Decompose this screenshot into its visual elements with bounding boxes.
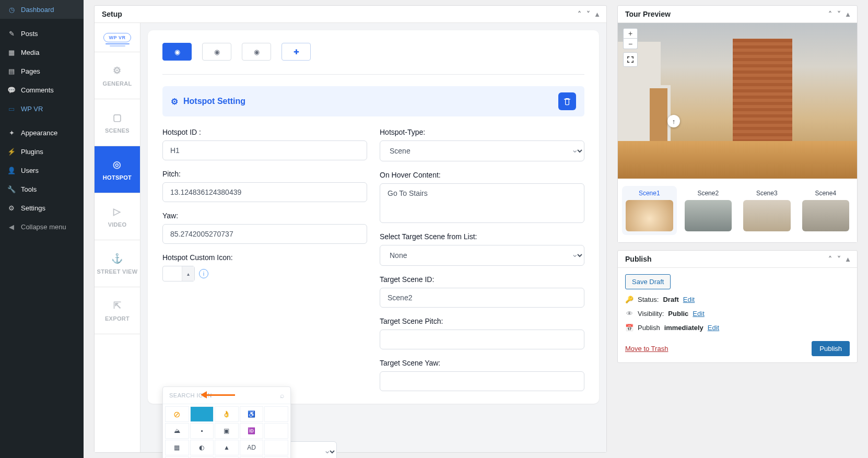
sidebar-item-wpvr[interactable]: ▭WP VR — [0, 99, 84, 118]
dot-icon: ◉ — [214, 48, 220, 56]
hotspot-id-label: Hotspot ID : — [162, 128, 367, 136]
panel-move-up-icon[interactable]: ˄ — [828, 10, 832, 18]
dot-icon: ◉ — [174, 48, 180, 56]
sidebar-item-media[interactable]: ▦Media — [0, 43, 84, 62]
icon-option[interactable]: ▣ — [215, 423, 239, 439]
publish-panel: Publish ˄ ˅ ▴ Save Draft 🔑Status: Draft … — [617, 250, 858, 363]
icon-picker-trigger[interactable]: ▴ — [162, 266, 195, 281]
scene-thumb-3[interactable]: Scene3 — [740, 186, 794, 235]
pin-icon: ✎ — [6, 28, 17, 39]
info-icon[interactable]: i — [199, 269, 208, 278]
plus-icon: ✚ — [294, 48, 299, 56]
icon-option[interactable]: 🆔 — [240, 423, 264, 439]
vtab-video[interactable]: ▷VIDEO — [95, 193, 140, 240]
panel-move-down-icon[interactable]: ˅ — [837, 10, 841, 18]
hotspot-marker[interactable]: ↑ — [667, 115, 680, 127]
icon-option-none[interactable]: ⊘ — [165, 406, 189, 422]
hotspot-page-2[interactable]: ◉ — [202, 43, 231, 61]
target-scene-select[interactable]: None — [380, 245, 584, 266]
calendar-icon: 📅 — [625, 324, 634, 332]
target-scene-yaw-input[interactable] — [380, 371, 584, 391]
hotspot-page-1[interactable]: ◉ — [162, 43, 192, 61]
icon-option[interactable]: ⛰ — [165, 423, 189, 439]
icon-option[interactable] — [264, 423, 288, 439]
icon-option[interactable]: ▲ — [215, 440, 239, 455]
scene-thumb-1[interactable]: Scene1 — [622, 186, 677, 235]
sidebar-item-pages[interactable]: ▤Pages — [0, 62, 84, 80]
panel-toggle-icon[interactable]: ▴ — [846, 255, 850, 263]
hover-content-input[interactable]: Go To Stairs — [380, 183, 584, 223]
delete-hotspot-button[interactable] — [558, 92, 576, 110]
sidebar-item-appearance[interactable]: ✦Appearance — [0, 123, 84, 142]
icon-option[interactable] — [264, 406, 288, 422]
hotspot-id-input[interactable] — [162, 140, 367, 160]
sidebar-item-settings[interactable]: ⚙Settings — [0, 198, 84, 217]
vtab-general[interactable]: ⚙GENERAL — [95, 52, 140, 99]
sidebar-item-posts[interactable]: ✎Posts — [0, 24, 84, 43]
publish-title: Publish — [625, 255, 652, 263]
sidebar-item-comments[interactable]: 💬Comments — [0, 80, 84, 99]
hover-content-label: On Hover Content: — [380, 171, 584, 179]
panel-toggle-icon[interactable]: ▴ — [595, 10, 599, 18]
scene-thumb-2[interactable]: Scene2 — [681, 186, 736, 235]
zoom-out-button[interactable]: − — [623, 39, 638, 49]
fullscreen-icon — [627, 56, 634, 63]
panel-move-up-icon[interactable]: ˄ — [578, 10, 581, 18]
edit-visibility-link[interactable]: Edit — [693, 310, 704, 318]
icon-option[interactable] — [264, 440, 288, 455]
hotspot-type-select[interactable]: Scene — [380, 140, 584, 161]
icon-option[interactable]: AD — [240, 440, 264, 455]
edit-schedule-link[interactable]: Edit — [708, 324, 719, 332]
sidebar-item-users[interactable]: 👤Users — [0, 161, 84, 180]
plug-icon: ⚡ — [6, 146, 17, 157]
panorama-viewer[interactable]: + − ↑ — [618, 23, 857, 179]
panel-move-up-icon[interactable]: ˄ — [828, 255, 832, 263]
icon-option[interactable]: ▦ — [165, 440, 189, 455]
target-scene-pitch-label: Target Scene Pitch: — [380, 317, 584, 325]
tour-preview-panel: Tour Preview ˄ ˅ ▴ + — [617, 5, 858, 243]
vtab-scenes[interactable]: ▢SCENES — [95, 99, 140, 146]
panel-move-down-icon[interactable]: ˅ — [587, 10, 590, 18]
caret-up-icon[interactable]: ▴ — [182, 266, 194, 281]
wpvr-logo: WP VR — [103, 33, 132, 42]
panel-move-down-icon[interactable]: ˅ — [837, 255, 841, 263]
target-scene-id-input[interactable] — [380, 288, 584, 308]
icon-option[interactable]: ♿ — [240, 406, 264, 422]
icon-search-input[interactable] — [169, 392, 284, 398]
wrench-icon: 🔧 — [6, 184, 17, 194]
pitch-label: Pitch: — [162, 170, 367, 178]
fullscreen-button[interactable] — [623, 52, 638, 67]
icon-option[interactable]: ◐ — [190, 440, 214, 455]
save-draft-button[interactable]: Save Draft — [625, 274, 671, 289]
icon-option[interactable]: 👌 — [215, 406, 239, 422]
hotspot-add[interactable]: ✚ — [281, 43, 311, 61]
vtab-hotspot[interactable]: ◎HOTSPOT — [95, 146, 140, 193]
sidebar-collapse[interactable]: ◀Collapse menu — [0, 217, 84, 236]
move-to-trash-link[interactable]: Move to Trash — [625, 345, 668, 353]
vtab-streetview[interactable]: ⚓STREET VIEW — [95, 240, 140, 287]
target-scene-pitch-input[interactable] — [380, 330, 584, 349]
zoom-in-button[interactable]: + — [623, 28, 638, 39]
yaw-input[interactable] — [162, 224, 367, 244]
icon-option-selected[interactable] — [190, 406, 214, 422]
panel-toggle-icon[interactable]: ▴ — [846, 10, 850, 18]
target-scene-yaw-label: Target Scene Yaw: — [380, 359, 584, 367]
comment-icon: 💬 — [6, 85, 17, 95]
search-icon: ⌕ — [280, 391, 284, 400]
sidebar-item-tools[interactable]: 🔧Tools — [0, 180, 84, 198]
hotspot-page-3[interactable]: ◉ — [242, 43, 271, 61]
scene-thumb-4[interactable]: Scene4 — [799, 186, 853, 235]
vtab-export[interactable]: ⇱EXPORT — [95, 287, 140, 334]
publish-button[interactable]: Publish — [812, 341, 850, 356]
wpvr-logo-tab: WP VR — [95, 23, 140, 52]
eye-icon: 👁 — [625, 310, 634, 318]
sidebar-item-plugins[interactable]: ⚡Plugins — [0, 142, 84, 161]
icon-grid: ⊘ 👌 ♿ ⛰ ▪ ▣ 🆔 — [163, 404, 290, 458]
edit-status-link[interactable]: Edit — [683, 296, 695, 303]
hotspot-type-label: Hotspot-Type: — [380, 128, 584, 136]
pitch-input[interactable] — [162, 182, 367, 202]
target-scene-id-label: Target Scene ID: — [380, 275, 584, 284]
sidebar-item-dashboard[interactable]: ◷Dashboard — [0, 0, 84, 19]
icon-picker-popover: ⌕ ⊘ 👌 — [162, 386, 291, 458]
icon-option[interactable]: ▪ — [190, 423, 214, 439]
